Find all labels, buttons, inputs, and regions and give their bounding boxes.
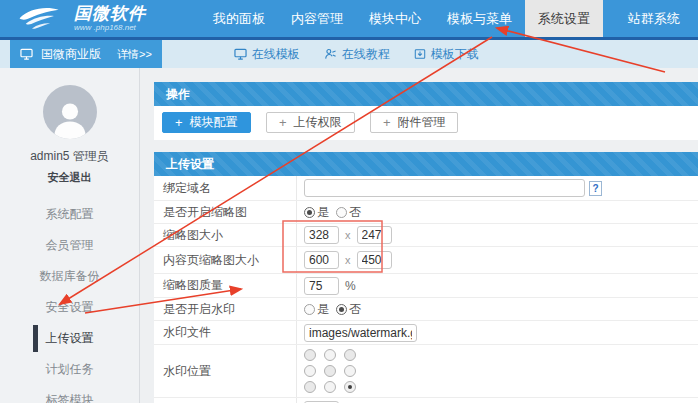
pos-middle-left-radio[interactable]	[304, 365, 316, 377]
domain-label: 绑定域名	[154, 176, 297, 200]
thumb-width-input[interactable]	[304, 226, 339, 244]
sub-bar: 国微商业版 详情>> 在线模板 在线教程 模板下载	[0, 40, 698, 68]
watermark-position-label: 水印位置	[154, 345, 297, 397]
thumb-enable-label: 是否开启缩略图	[154, 201, 297, 223]
upload-settings-panel: 上传设置 绑定域名 ? 是否开启缩略图 是 否 缩略图大小 x	[154, 152, 698, 403]
sidebar-item-system-config[interactable]: 系统配置	[0, 199, 139, 230]
plus-icon: +	[279, 115, 287, 130]
sidebar-item-tag-modules[interactable]: 标签模块	[0, 385, 139, 403]
watermark-file-label: 水印文件	[154, 321, 297, 344]
template-download-link[interactable]: 模板下载	[414, 46, 479, 63]
pos-top-center-radio[interactable]	[324, 349, 336, 361]
admin-page: { "brand": { "name": "国微软件", "url": "www…	[0, 0, 698, 403]
operations-panel-title: 操作	[154, 82, 698, 106]
pos-middle-center-radio[interactable]	[324, 365, 336, 377]
content-thumb-height-input[interactable]	[357, 251, 392, 269]
main-area: admin5 管理员 安全退出 系统配置 会员管理 数据库备份 安全设置 上传设…	[0, 68, 698, 403]
nav-item-site-group[interactable]: 站群系统	[615, 0, 693, 37]
edition-name: 国微商业版	[41, 46, 101, 63]
brand-logo[interactable]: 国微软件 www .php168.net	[0, 0, 200, 37]
nav-item-system-settings[interactable]: 系统设置	[525, 0, 603, 37]
template-download-label: 模板下载	[431, 46, 479, 63]
form-row-content-thumb-size: 内容页缩略图大小 x	[154, 247, 698, 274]
edition-badge[interactable]: 国微商业版 详情>>	[10, 40, 162, 68]
monitor-icon	[20, 48, 33, 60]
percent-unit: %	[345, 279, 356, 293]
logout-link[interactable]: 安全退出	[0, 170, 139, 185]
nav-item-content[interactable]: 内容管理	[278, 0, 356, 37]
thumb-enable-yes-radio[interactable]	[304, 207, 315, 218]
download-icon	[414, 48, 426, 60]
thumb-quality-label: 缩略图质量	[154, 274, 297, 297]
thumb-enable-no-radio[interactable]	[336, 207, 347, 218]
nav-item-templates-menus[interactable]: 模板与菜单	[434, 0, 525, 37]
pos-top-left-radio[interactable]	[304, 349, 316, 361]
avatar[interactable]	[43, 85, 97, 139]
form-row-clipped	[154, 398, 698, 403]
pos-top-right-radio[interactable]	[344, 349, 356, 361]
person-icon	[48, 95, 92, 139]
form-row-domain: 绑定域名 ?	[154, 176, 698, 201]
content-thumb-size-label: 内容页缩略图大小	[154, 247, 297, 273]
username: admin5 管理员	[0, 148, 139, 165]
pos-bottom-right-radio[interactable]	[344, 381, 356, 393]
sidebar-menu: 系统配置 会员管理 数据库备份 安全设置 上传设置 计划任务 标签模块	[0, 199, 139, 403]
pos-bottom-center-radio[interactable]	[324, 381, 336, 393]
form-row-thumb-size: 缩略图大小 x	[154, 224, 698, 247]
watermark-enable-no-radio[interactable]	[336, 304, 347, 315]
sub-links: 在线模板 在线教程 模板下载	[234, 46, 503, 63]
operations-buttons: +模块配置 +上传权限 +附件管理	[154, 106, 698, 140]
thumb-quality-input[interactable]	[304, 277, 339, 295]
pos-bottom-left-radio[interactable]	[304, 381, 316, 393]
nav-item-dashboard[interactable]: 我的面板	[200, 0, 278, 37]
thumb-size-label: 缩略图大小	[154, 224, 297, 246]
sidebar-item-db-backup[interactable]: 数据库备份	[0, 261, 139, 292]
online-tutorial-link[interactable]: 在线教程	[324, 46, 390, 63]
form-row-watermark-file: 水印文件	[154, 321, 698, 345]
sidebar-item-security[interactable]: 安全设置	[0, 292, 139, 323]
domain-input[interactable]	[304, 179, 585, 197]
sidebar: admin5 管理员 安全退出 系统配置 会员管理 数据库备份 安全设置 上传设…	[0, 68, 140, 403]
plus-icon: +	[175, 115, 183, 130]
sidebar-item-members[interactable]: 会员管理	[0, 230, 139, 261]
form-row-thumb-quality: 缩略图质量 %	[154, 274, 698, 298]
nav-item-modules[interactable]: 模块中心	[356, 0, 434, 37]
sidebar-item-upload-settings[interactable]: 上传设置	[0, 323, 139, 354]
form-row-watermark-enable: 是否开启水印 是 否	[154, 298, 698, 321]
content-thumb-width-input[interactable]	[304, 251, 339, 269]
app-header: 国微软件 www .php168.net 我的面板 内容管理 模块中心 模板与菜…	[0, 0, 698, 40]
brand-name: 国微软件	[74, 5, 146, 22]
content-area: 操作 +模块配置 +上传权限 +附件管理 上传设置 绑定域名 ? 是否开启缩略图…	[140, 68, 698, 403]
watermark-file-input[interactable]	[304, 324, 417, 342]
online-templates-link[interactable]: 在线模板	[234, 46, 300, 63]
form-row-thumb-enable: 是否开启缩略图 是 否	[154, 201, 698, 224]
upload-settings-title: 上传设置	[154, 152, 698, 176]
online-tutorial-label: 在线教程	[342, 46, 390, 63]
tutorial-icon	[324, 48, 337, 60]
clipped-label	[154, 398, 297, 403]
watermark-enable-label: 是否开启水印	[154, 298, 297, 320]
watermark-position-grid	[304, 349, 356, 393]
swoosh-logo-icon	[18, 4, 68, 34]
online-templates-label: 在线模板	[252, 46, 300, 63]
edition-detail-link[interactable]: 详情>>	[117, 47, 152, 62]
plus-icon: +	[383, 115, 391, 130]
brand-url: www .php168.net	[74, 24, 146, 32]
form-row-watermark-position: 水印位置	[154, 345, 698, 398]
upload-permission-button[interactable]: +上传权限	[266, 112, 355, 133]
thumb-height-input[interactable]	[357, 226, 392, 244]
attachment-manage-button[interactable]: +附件管理	[370, 112, 459, 133]
pos-middle-right-radio[interactable]	[344, 365, 356, 377]
monitor-icon	[234, 48, 247, 60]
top-nav: 我的面板 内容管理 模块中心 模板与菜单 系统设置 站群系统	[200, 0, 693, 37]
watermark-enable-yes-radio[interactable]	[304, 304, 315, 315]
sidebar-item-scheduled-tasks[interactable]: 计划任务	[0, 354, 139, 385]
operations-panel: 操作 +模块配置 +上传权限 +附件管理	[154, 82, 698, 140]
help-icon[interactable]: ?	[589, 181, 602, 196]
module-config-button[interactable]: +模块配置	[162, 112, 251, 133]
